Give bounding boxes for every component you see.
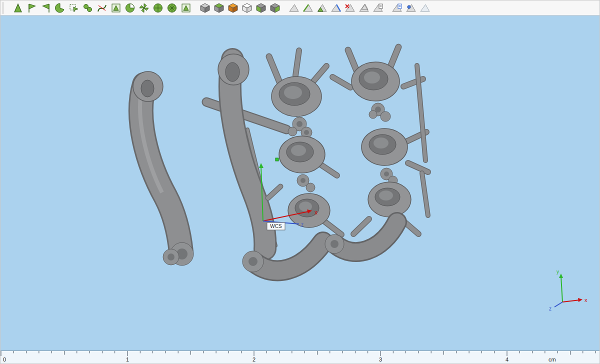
svg-text:4: 4 (506, 356, 508, 362)
plane-blue-point-icon[interactable] (405, 2, 417, 14)
corner-y-label: y (556, 269, 559, 274)
pie-segment-icon[interactable] (124, 2, 136, 14)
wcs-label: WCS (270, 224, 282, 229)
pie-eighth-icon[interactable] (166, 2, 178, 14)
toolbar-group-mesh-tools (12, 2, 192, 14)
corner-z-label: z (549, 306, 552, 312)
plane-blue-report-icon[interactable] (391, 2, 403, 14)
model-scene: .rodO{stroke:#696a6c;stroke-linecap:roun… (0, 16, 600, 350)
model-second-lever (218, 54, 265, 249)
cube-orange-icon[interactable] (227, 2, 239, 14)
wcs-x-label: x (314, 209, 318, 216)
merge-shells-icon[interactable] (82, 2, 94, 14)
plane-report-icon[interactable] (372, 2, 384, 14)
svg-text:cm: cm (548, 356, 556, 362)
flag-left-icon[interactable] (26, 2, 38, 14)
cube-view-icon[interactable] (199, 2, 211, 14)
cube-left-green-icon[interactable] (255, 2, 267, 14)
corner-triad: y x z (549, 269, 588, 312)
cube-wire-icon[interactable] (241, 2, 253, 14)
svg-text:3: 3 (379, 356, 382, 362)
toolbar-group-view-cubes (199, 2, 281, 14)
plane-delete-icon[interactable] (344, 2, 356, 14)
svg-text:0: 0 (3, 356, 6, 362)
pie-quarter-icon[interactable] (152, 2, 164, 14)
corner-y-arrow (559, 274, 563, 278)
shell-icon[interactable] (54, 2, 66, 14)
corner-x-label: x (584, 297, 588, 303)
toolbar-group-plane-tools (288, 2, 384, 14)
toolbar (0, 0, 600, 16)
region-select-icon[interactable] (68, 2, 80, 14)
toolbar-groups (12, 2, 431, 14)
model-parts (133, 47, 428, 272)
box-select-icon[interactable] (110, 2, 122, 14)
plane-ghost-icon[interactable] (419, 2, 431, 14)
wcs-z-label: z (301, 222, 304, 228)
model-right-column (325, 47, 428, 254)
cad-application-window: .rodO{stroke:#696a6c;stroke-linecap:roun… (0, 0, 600, 364)
spline-cut-icon[interactable] (96, 2, 108, 14)
plane-offset-icon[interactable] (316, 2, 328, 14)
plane-duplicate-icon[interactable] (358, 2, 370, 14)
plane-section-icon[interactable] (330, 2, 342, 14)
plane-align-icon[interactable] (302, 2, 314, 14)
pinwheel-icon[interactable] (138, 2, 150, 14)
toolbar-drag-handle[interactable] (2, 2, 4, 14)
model-left-lever (133, 72, 194, 266)
cube-top-green-icon[interactable] (213, 2, 225, 14)
ruler-ticks: 01234cm (0, 351, 600, 364)
measurement-ruler: 01234cm (0, 350, 600, 364)
boxed-flag-icon[interactable] (180, 2, 192, 14)
corner-x-arrow (578, 298, 582, 302)
svg-text:1: 1 (126, 356, 129, 362)
cube-right-green-icon[interactable] (269, 2, 281, 14)
select-arrow-icon[interactable] (12, 2, 24, 14)
toolbar-group-plane-extra (391, 2, 431, 14)
plane-icon[interactable] (288, 2, 300, 14)
y-axis-arrow (259, 163, 264, 168)
snap-point-marker (276, 158, 278, 161)
flag-right-icon[interactable] (40, 2, 52, 14)
svg-text:2: 2 (252, 356, 256, 362)
3d-viewport[interactable]: .rodO{stroke:#696a6c;stroke-linecap:roun… (0, 16, 600, 350)
